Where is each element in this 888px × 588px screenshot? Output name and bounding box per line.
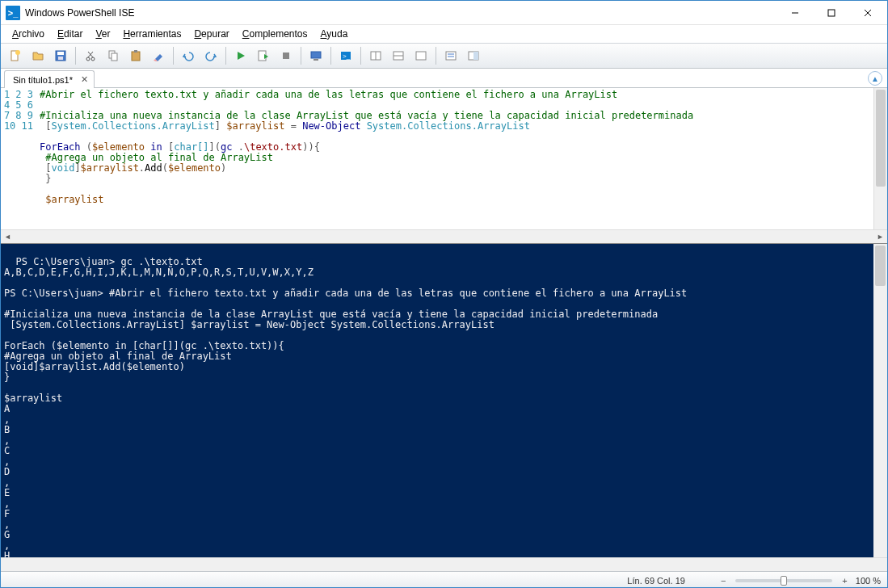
- tab-close-icon[interactable]: ✕: [79, 75, 89, 85]
- svg-rect-8: [58, 57, 63, 60]
- cursor-position: Lín. 69 Col. 19: [627, 576, 685, 586]
- editor-vscrollbar[interactable]: [873, 88, 887, 229]
- show-commands-button[interactable]: [441, 46, 461, 65]
- redo-button[interactable]: [201, 46, 221, 65]
- console-output: PS C:\Users\juan> gc .\texto.txt A,B,C,D…: [4, 256, 687, 557]
- toolbar: >_: [1, 43, 887, 69]
- svg-rect-28: [446, 52, 456, 60]
- svg-point-5: [15, 50, 20, 55]
- menu-depurar[interactable]: Depurar: [187, 27, 235, 41]
- run-selection-button[interactable]: [254, 46, 273, 65]
- code-area[interactable]: #Abrir el fichero texto.txt y añadir cad…: [40, 88, 887, 229]
- zoom-in-button[interactable]: +: [839, 576, 850, 586]
- minimize-button[interactable]: [776, 2, 813, 24]
- menubar: Archivo Editar Ver Herramientas Depurar …: [1, 25, 887, 43]
- menu-complementos[interactable]: Complementos: [236, 27, 314, 41]
- open-file-button[interactable]: [28, 46, 48, 65]
- file-tab[interactable]: Sin título1.ps1* ✕: [4, 70, 95, 88]
- layout-top-button[interactable]: [389, 46, 408, 65]
- statusbar: Lín. 69 Col. 19 − + 100 %: [1, 571, 887, 588]
- editor-hscrollbar[interactable]: ◄ ►: [1, 229, 887, 243]
- svg-rect-16: [134, 50, 137, 52]
- titlebar: >_ Windows PowerShell ISE: [1, 1, 887, 25]
- remote-button[interactable]: [306, 46, 326, 65]
- svg-rect-18: [283, 52, 289, 59]
- layout-full-button[interactable]: [411, 46, 431, 65]
- menu-herramientas[interactable]: Herramientas: [116, 27, 187, 41]
- app-icon: >_: [6, 6, 20, 20]
- powershell-button[interactable]: >_: [336, 46, 356, 65]
- script-editor[interactable]: 1 2 3 4 5 6 7 8 9 10 11 #Abrir el ficher…: [1, 88, 887, 229]
- console-pane[interactable]: PS C:\Users\juan> gc .\texto.txt A,B,C,D…: [1, 243, 887, 557]
- cut-button[interactable]: [81, 46, 100, 65]
- window-title: Windows PowerShell ISE: [25, 7, 776, 19]
- line-gutter: 1 2 3 4 5 6 7 8 9 10 11: [1, 88, 40, 229]
- clear-button[interactable]: [149, 46, 168, 65]
- menu-editar[interactable]: Editar: [51, 27, 89, 41]
- close-button[interactable]: [849, 2, 886, 24]
- scroll-right-icon[interactable]: ►: [873, 230, 887, 243]
- menu-ver[interactable]: Ver: [89, 27, 116, 41]
- console-vscrollbar[interactable]: [873, 244, 887, 557]
- svg-rect-1: [828, 10, 835, 16]
- menu-archivo[interactable]: Archivo: [6, 27, 51, 41]
- svg-rect-7: [57, 52, 64, 55]
- stop-button[interactable]: [276, 46, 296, 65]
- tabbar: Sin título1.ps1* ✕ ▲: [1, 69, 887, 88]
- undo-button[interactable]: [179, 46, 198, 65]
- svg-rect-27: [416, 52, 426, 60]
- menu-ayuda[interactable]: Ayuda: [314, 27, 355, 41]
- scroll-left-icon[interactable]: ◄: [1, 230, 15, 243]
- zoom-slider[interactable]: [735, 579, 832, 582]
- zoom-level: 100 %: [856, 576, 881, 586]
- maximize-button[interactable]: [813, 2, 849, 24]
- save-button[interactable]: [51, 46, 70, 65]
- zoom-out-button[interactable]: −: [718, 576, 729, 586]
- svg-rect-32: [473, 52, 478, 60]
- show-addons-button[interactable]: [464, 46, 483, 65]
- collapse-pane-button[interactable]: ▲: [868, 71, 882, 86]
- console-hscrollbar[interactable]: [1, 557, 887, 571]
- svg-rect-14: [112, 53, 117, 61]
- paste-button[interactable]: [126, 46, 145, 65]
- svg-rect-20: [314, 59, 318, 61]
- tab-label: Sin título1.ps1*: [13, 75, 73, 85]
- svg-rect-19: [311, 52, 321, 58]
- svg-rect-15: [132, 52, 140, 61]
- svg-point-9: [86, 57, 90, 61]
- run-button[interactable]: [231, 46, 250, 65]
- new-file-button[interactable]: [6, 46, 25, 65]
- layout-split-button[interactable]: [366, 46, 385, 65]
- svg-text:>_: >_: [343, 52, 351, 60]
- copy-button[interactable]: [103, 46, 123, 65]
- svg-point-10: [91, 57, 95, 61]
